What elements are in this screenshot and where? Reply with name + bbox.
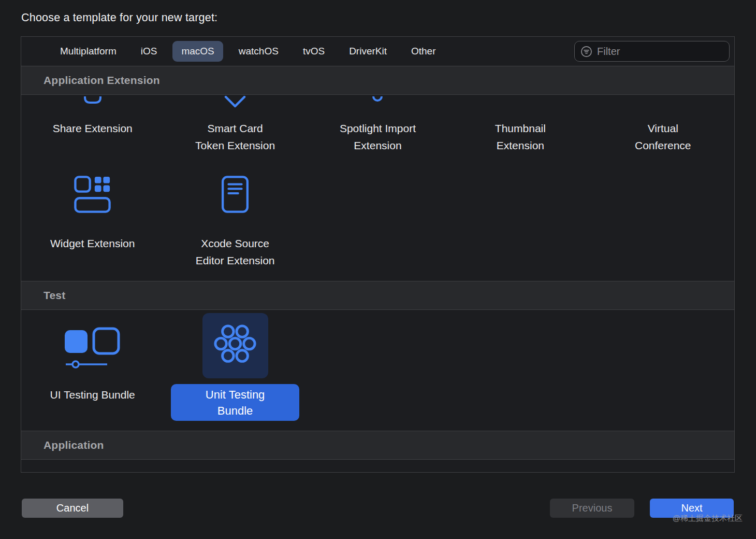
- platform-tab-bar: Multiplatform iOS macOS watchOS tvOS Dri…: [21, 37, 734, 66]
- template-item-virtual-conference[interactable]: Virtual Conference: [592, 96, 734, 154]
- template-item-spotlight-import-extension[interactable]: Spotlight Import Extension: [307, 96, 449, 154]
- selected-template-label[interactable]: Unit Testing Bundle: [171, 384, 299, 421]
- template-label[interactable]: Xcode Source Editor Extension: [193, 235, 278, 269]
- tab-multiplatform[interactable]: Multiplatform: [51, 41, 125, 62]
- cancel-button[interactable]: Cancel: [22, 499, 123, 518]
- dialog-title: Choose a template for your new target:: [21, 11, 217, 24]
- section-header-application-extension: Application Extension: [21, 66, 734, 95]
- section-header-test: Test: [21, 281, 734, 310]
- template-label[interactable]: Thumbnail Extension: [478, 120, 563, 154]
- application-extension-section: Share Extension Smart Card Token Extensi…: [21, 95, 734, 281]
- watermark: @稀土掘金技术社区: [673, 514, 743, 523]
- section-header-label: Application Extension: [43, 74, 160, 87]
- template-item-widget-extension[interactable]: Widget Extension: [21, 176, 164, 269]
- template-item-smart-card-token-extension[interactable]: Smart Card Token Extension: [164, 96, 306, 154]
- widget-extension-icon[interactable]: [74, 176, 112, 213]
- template-label[interactable]: Widget Extension: [50, 235, 135, 252]
- template-item-xcode-source-editor-extension[interactable]: Xcode Source Editor Extension: [164, 176, 306, 269]
- ui-testing-bundle-icon[interactable]: [64, 327, 122, 375]
- application-section: [21, 460, 734, 472]
- template-label: Unit Testing Bundle: [196, 387, 274, 419]
- tab-watchos[interactable]: watchOS: [230, 41, 287, 62]
- template-item-thumbnail-extension[interactable]: Thumbnail Extension: [449, 96, 591, 154]
- template-label[interactable]: Spotlight Import Extension: [335, 120, 420, 154]
- spotlight-import-icon-partial: [372, 96, 383, 109]
- share-extension-icon-partial: [84, 96, 101, 109]
- smart-card-token-icon-partial: [224, 96, 246, 109]
- test-section: UI Testing Bundle Unit Testing Bundl: [21, 310, 734, 431]
- filter-field[interactable]: [574, 41, 730, 62]
- template-label[interactable]: Smart Card Token Extension: [193, 120, 278, 154]
- section-header-label: Application: [43, 439, 104, 451]
- template-label[interactable]: Share Extension: [53, 120, 133, 137]
- section-header-application: Application: [21, 431, 734, 460]
- xcode-source-editor-icon[interactable]: [221, 176, 249, 213]
- tab-macos[interactable]: macOS: [172, 41, 223, 62]
- tab-ios[interactable]: iOS: [132, 41, 166, 62]
- template-item-share-extension[interactable]: Share Extension: [21, 96, 164, 154]
- template-item-unit-testing-bundle[interactable]: Unit Testing Bundle: [164, 310, 306, 421]
- tab-other[interactable]: Other: [402, 41, 445, 62]
- filter-input[interactable]: [597, 46, 734, 58]
- tab-driverkit[interactable]: DriverKit: [340, 41, 396, 62]
- section-header-label: Test: [43, 289, 65, 302]
- template-label[interactable]: Virtual Conference: [620, 120, 705, 154]
- previous-button[interactable]: Previous: [550, 499, 634, 518]
- template-item-ui-testing-bundle[interactable]: UI Testing Bundle: [21, 310, 164, 421]
- unit-testing-bundle-icon[interactable]: [202, 313, 268, 378]
- template-chooser-panel: Multiplatform iOS macOS watchOS tvOS Dri…: [21, 36, 735, 473]
- tab-tvos[interactable]: tvOS: [294, 41, 333, 62]
- template-label[interactable]: UI Testing Bundle: [50, 386, 135, 403]
- filter-icon: [580, 46, 592, 58]
